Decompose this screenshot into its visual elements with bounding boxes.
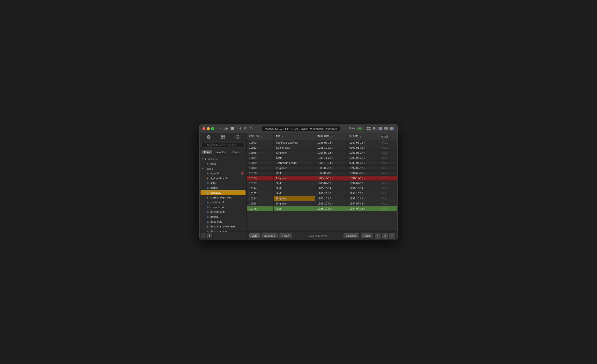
- table-row[interactable]: 10064Staff1985-11-20 ⇅1992-03-02 ⇅NULL: [247, 155, 397, 160]
- cell-emp_no[interactable]: 10223: [247, 191, 274, 196]
- cell-title[interactable]: Engineer: [274, 196, 315, 201]
- table-row[interactable]: 10009Assistant Engineer1985-02-18 ⇅1990-…: [247, 140, 397, 145]
- refresh-icon[interactable]: ↻: [249, 127, 253, 130]
- cell-emp_no[interactable]: 10775: [247, 206, 274, 211]
- cell-email[interactable]: NULL: [379, 140, 397, 145]
- cell-title[interactable]: Technique Leader: [274, 160, 315, 166]
- tree-item-3_departments[interactable]: ◈ 3_departments: [201, 176, 245, 181]
- table-row[interactable]: 10234Engineer1985-10-20 ⇅1993-10-30 ⇅NUL…: [247, 196, 397, 201]
- filters-button[interactable]: Filters: [361, 233, 373, 238]
- tree-item-hello[interactable]: ƒ hello: [201, 161, 245, 166]
- cell-to_date[interactable]: 1990-02-18 ⇅: [347, 140, 379, 145]
- col-email[interactable]: email: [379, 133, 397, 140]
- list-icon[interactable]: [230, 127, 234, 130]
- cell-email[interactable]: NULL: [379, 206, 397, 211]
- cell-from_date[interactable]: 1985-10-10 ⇅: [315, 191, 347, 196]
- cell-title[interactable]: Engineer: [274, 176, 315, 181]
- cell-from_date[interactable]: 1985-09-08 ⇅: [315, 171, 347, 176]
- cell-emp_no[interactable]: 10070: [247, 160, 274, 166]
- table-row[interactable]: 10013Senior Staff1985-10-20 ⇅9999-01-01 …: [247, 145, 397, 150]
- tree-item-deppp[interactable]: ⊞ deppp: [201, 214, 245, 219]
- cell-title[interactable]: Staff: [274, 155, 315, 160]
- table-row[interactable]: 10098Engineer1985-05-13 ⇅1992-05-13 ⇅NUL…: [247, 166, 397, 171]
- cell-from_date[interactable]: 1985-10-20 ⇅: [315, 196, 347, 201]
- cell-to_date[interactable]: 9999-01-01 ⇅: [347, 145, 379, 150]
- cell-title[interactable]: Staff: [274, 206, 315, 211]
- cell-email[interactable]: NULL: [379, 150, 397, 155]
- lock-icon[interactable]: [243, 127, 247, 130]
- sidebar-left-icon[interactable]: [377, 126, 383, 131]
- cell-emp_no[interactable]: 10098: [247, 166, 274, 171]
- cell-to_date[interactable]: 1992-03-02 ⇅: [347, 155, 379, 160]
- cell-title[interactable]: Engineer: [274, 150, 315, 155]
- eye-icon[interactable]: [224, 127, 228, 130]
- cell-from_date[interactable]: 1988-10-01 ⇅: [315, 206, 347, 211]
- sql-icon[interactable]: SQL: [237, 127, 241, 130]
- sql-file-icon[interactable]: SQL: [235, 134, 240, 140]
- cell-from_date[interactable]: 1985-10-20 ⇅: [315, 145, 347, 150]
- functions-header[interactable]: ▼ Functions: [200, 157, 246, 161]
- cell-from_date[interactable]: 1985-02-24 ⇅: [315, 150, 347, 155]
- tree-item-dept_emp[interactable]: ⊞ dept_emp: [201, 219, 245, 224]
- tab-structure[interactable]: Structure: [261, 233, 278, 238]
- table-row[interactable]: 10556Engineer1988-10-01 ⇅1994-09-08 ⇅NUL…: [247, 201, 397, 206]
- cell-emp_no[interactable]: 10126: [247, 171, 274, 176]
- tree-item-actor[interactable]: ⊞ actor: [201, 181, 245, 185]
- table-row[interactable]: 10137Staff1985-02-18 ⇅1994-02-18 ⇅NULL: [247, 181, 397, 186]
- cell-to_date[interactable]: 1994-09-08 ⇅: [347, 201, 379, 206]
- cell-title[interactable]: Assistant Engineer: [274, 140, 315, 145]
- tab-history[interactable]: History: [228, 150, 241, 154]
- cell-title[interactable]: Senior Staff: [274, 145, 315, 150]
- tree-item-b_table[interactable]: ⊞ b_table 📌: [201, 171, 245, 176]
- tree-item-departments[interactable]: ⊞ departments: [201, 210, 245, 214]
- cell-email[interactable]: NULL: [379, 176, 397, 181]
- cell-email[interactable]: NULL: [379, 155, 397, 160]
- table-row[interactable]: 10775Staff1988-10-01 ⇅1994-09-08 ⇅NULL: [247, 206, 397, 211]
- next-page-button[interactable]: ›: [389, 233, 395, 239]
- cell-emp_no[interactable]: 10064: [247, 155, 274, 160]
- col-to_date[interactable]: to_date ▲▼: [347, 133, 379, 140]
- cell-title[interactable]: Staff: [274, 186, 315, 191]
- table-row[interactable]: 10126Staff1985-09-08 ⇅1991-09-08 ⇅NULL: [247, 171, 397, 176]
- cell-from_date[interactable]: 1985-02-18 ⇅: [315, 140, 347, 145]
- cell-to_date[interactable]: 1992-10-14 ⇅: [347, 186, 379, 191]
- cell-title[interactable]: Staff: [274, 191, 315, 196]
- add-item-button[interactable]: +: [202, 234, 206, 238]
- search-icon[interactable]: 🔍: [372, 126, 377, 131]
- cell-to_date[interactable]: 1987-01-27 ⇅: [347, 150, 379, 155]
- cell-to_date[interactable]: 1993-10-30 ⇅: [347, 196, 379, 201]
- tree-item-customers1[interactable]: ⊞ customers1: [201, 200, 245, 205]
- cell-to_date[interactable]: 9999-01-01 ⇅: [347, 160, 379, 166]
- cell-emp_no[interactable]: 10234: [247, 196, 274, 201]
- sidebar-right-icon[interactable]: [389, 126, 394, 131]
- tab-favorites[interactable]: Favorites: [213, 150, 228, 154]
- database-icon[interactable]: [206, 134, 212, 140]
- cell-email[interactable]: NULL: [379, 186, 397, 191]
- close-icon[interactable]: ✕: [218, 127, 222, 130]
- tree-item-btable[interactable]: ⊞ btable: [201, 185, 245, 190]
- close-button[interactable]: [203, 127, 205, 130]
- cell-to_date[interactable]: 1994-02-18 ⇅: [347, 181, 379, 186]
- cell-email[interactable]: NULL: [379, 160, 397, 166]
- cell-from_date[interactable]: 1988-10-01 ⇅: [315, 201, 347, 206]
- tree-item-current_dept_emp[interactable]: ◈ current_dept_emp: [201, 195, 245, 200]
- tab-items[interactable]: Items: [202, 150, 212, 154]
- cell-emp_no[interactable]: 10144: [247, 186, 274, 191]
- cell-emp_no[interactable]: 10009: [247, 140, 274, 145]
- cell-to_date[interactable]: 1994-09-08 ⇅: [347, 206, 379, 211]
- tree-item-dept_em_atest_date[interactable]: ◈ dept_em...atest_date: [201, 224, 245, 229]
- cell-email[interactable]: NULL: [379, 181, 397, 186]
- cell-title[interactable]: Engineer: [274, 201, 315, 206]
- cell-email[interactable]: NULL: [379, 171, 397, 176]
- sidebar-bottom-icon[interactable]: [383, 126, 389, 131]
- cell-to_date[interactable]: 1991-12-15 ⇅: [347, 176, 379, 181]
- columns-button[interactable]: Columns: [344, 233, 359, 238]
- tree-item-dept_manager[interactable]: ⊞ dept_manager: [201, 229, 245, 232]
- cell-title[interactable]: Staff: [274, 171, 315, 176]
- table-row[interactable]: 10048Engineer1985-02-24 ⇅1987-01-27 ⇅NUL…: [247, 150, 397, 155]
- cell-to_date[interactable]: 1994-10-20 ⇅: [347, 191, 379, 196]
- tab-data[interactable]: Data: [249, 233, 260, 238]
- maximize-button[interactable]: [211, 127, 214, 130]
- cell-from_date[interactable]: 1985-10-14 ⇅: [315, 160, 347, 166]
- cell-title[interactable]: Staff: [274, 181, 315, 186]
